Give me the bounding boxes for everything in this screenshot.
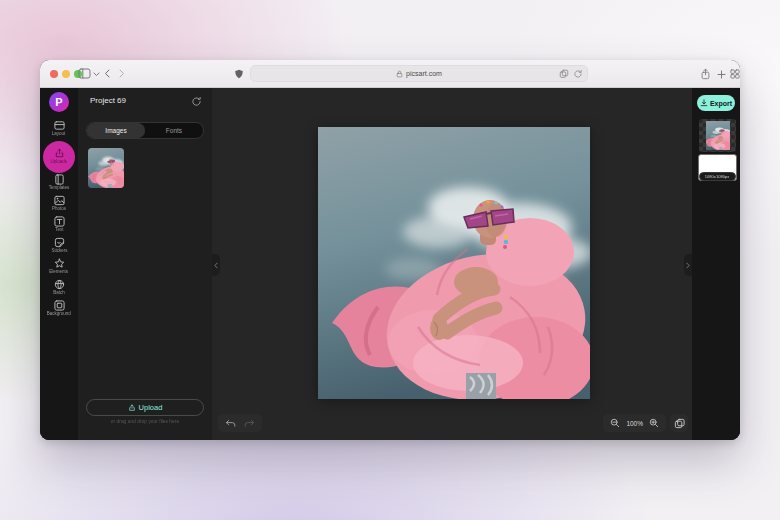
- lock-icon: [396, 70, 403, 78]
- sidebar-item-elements[interactable]: Elements: [40, 258, 78, 279]
- zoom-level[interactable]: 100%: [626, 420, 643, 427]
- sidebar-item-text[interactable]: Text: [40, 216, 78, 237]
- undo-icon[interactable]: [225, 419, 236, 428]
- elements-icon: [54, 258, 65, 269]
- tab-fonts[interactable]: Fonts: [145, 123, 203, 138]
- picsart-editor: P Layout Uploads Templates Photos Text: [40, 88, 740, 440]
- sidebar-item-batch[interactable]: Batch: [40, 279, 78, 300]
- pages-button[interactable]: [670, 414, 688, 432]
- sidebar-item-stickers[interactable]: Stickers: [40, 237, 78, 258]
- forward-icon[interactable]: [118, 69, 125, 78]
- sync-status-icon[interactable]: [191, 96, 202, 107]
- expand-right-panel-handle[interactable]: [684, 254, 692, 276]
- picsart-logo[interactable]: P: [49, 92, 69, 112]
- zoom-controls: 100%: [603, 414, 666, 432]
- templates-icon: [54, 174, 65, 185]
- tool-rail: P Layout Uploads Templates Photos Text: [40, 88, 78, 440]
- canvas-size-badge: 1080x1080px: [699, 172, 736, 181]
- sidebar-item-uploads[interactable]: Uploads: [43, 141, 75, 173]
- minimize-window-button[interactable]: [62, 70, 70, 78]
- address-bar[interactable]: picsart.com: [250, 65, 588, 82]
- tab-images[interactable]: Images: [87, 123, 145, 138]
- redo-icon[interactable]: [244, 419, 255, 428]
- zoom-in-icon[interactable]: [649, 418, 659, 428]
- upload-button[interactable]: Upload: [86, 399, 204, 416]
- project-title: Project 69: [90, 96, 126, 105]
- url-text: picsart.com: [406, 70, 442, 77]
- export-button[interactable]: Export: [697, 95, 735, 111]
- text-icon: [54, 216, 65, 227]
- sidebar-item-background[interactable]: Background: [40, 300, 78, 321]
- close-window-button[interactable]: [50, 70, 58, 78]
- drag-drop-hint: or drag and drop your files here: [98, 419, 192, 424]
- history-controls: [218, 414, 262, 432]
- sidebar-item-templates[interactable]: Templates: [40, 174, 78, 195]
- share-icon[interactable]: [700, 68, 711, 80]
- back-icon[interactable]: [104, 69, 111, 78]
- stickers-icon: [54, 237, 65, 248]
- upload-icon: [54, 148, 65, 159]
- layer-thumbnail-image[interactable]: [699, 119, 736, 152]
- layers-rail: Export 1080x1080px: [692, 88, 740, 440]
- upload-icon: [128, 404, 136, 412]
- canvas-workspace[interactable]: 100%: [212, 88, 692, 440]
- background-icon: [54, 300, 65, 311]
- batch-icon: [54, 279, 65, 290]
- canvas-image[interactable]: [318, 127, 590, 399]
- new-tab-icon[interactable]: [717, 70, 726, 79]
- sidebar-item-layout[interactable]: Layout: [40, 120, 78, 141]
- uploaded-image-thumbnail[interactable]: [88, 148, 124, 188]
- photos-icon: [54, 195, 65, 206]
- sidebar-toggle-icon[interactable]: [78, 68, 91, 79]
- browser-titlebar: picsart.com: [40, 60, 740, 88]
- sidebar-item-photos[interactable]: Photos: [40, 195, 78, 216]
- browser-window: picsart.com P Layou: [40, 60, 740, 440]
- download-icon: [700, 99, 708, 107]
- layout-icon: [54, 120, 65, 131]
- tab-group-icon[interactable]: [559, 69, 569, 79]
- privacy-shield-icon[interactable]: [234, 68, 244, 80]
- collapse-left-panel-handle[interactable]: [212, 254, 220, 276]
- pages-icon: [674, 418, 685, 429]
- chevron-down-icon[interactable]: [93, 72, 100, 77]
- zoom-out-icon[interactable]: [610, 418, 620, 428]
- panel-tabs: Images Fonts: [86, 122, 204, 139]
- uploads-panel: Project 69 Images Fonts Upload or drag a…: [78, 88, 212, 440]
- tab-overview-icon[interactable]: [730, 69, 740, 79]
- reload-icon[interactable]: [573, 69, 583, 79]
